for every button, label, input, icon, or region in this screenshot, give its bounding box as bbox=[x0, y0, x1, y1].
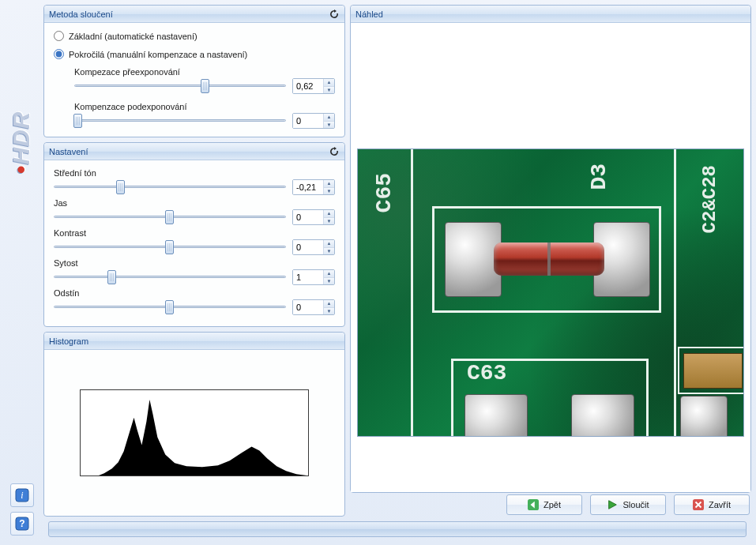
svg-text:i: i bbox=[21, 490, 23, 501]
midtone-spinner[interactable]: ▲▼ bbox=[292, 179, 335, 195]
saturation-label: Sytost bbox=[54, 258, 335, 268]
hue-label: Odstín bbox=[54, 288, 335, 298]
settings-title: Nastavení bbox=[49, 147, 88, 156]
play-icon bbox=[607, 499, 618, 510]
spin-down-icon[interactable]: ▼ bbox=[324, 218, 334, 225]
hue-spinner[interactable]: ▲▼ bbox=[292, 299, 335, 315]
merge-method-title: Metoda sloučení bbox=[49, 9, 113, 19]
overexp-slider[interactable] bbox=[74, 78, 286, 94]
histogram-panel: Histogram bbox=[43, 332, 345, 517]
histogram-display bbox=[80, 389, 309, 476]
underexp-spinner[interactable]: ▲▼ bbox=[292, 113, 335, 129]
underexp-label: Kompenzace podexponování bbox=[74, 102, 335, 111]
preview-title: Náhled bbox=[355, 9, 383, 19]
merge-button[interactable]: Sloučit bbox=[590, 494, 666, 515]
close-button[interactable]: Zavřít bbox=[674, 494, 750, 515]
spin-up-icon[interactable]: ▲ bbox=[324, 240, 334, 248]
info-icon: i bbox=[15, 488, 29, 502]
contrast-spinner[interactable]: ▲▼ bbox=[292, 239, 335, 255]
brightness-slider[interactable] bbox=[54, 209, 286, 225]
app-logo: •HDR bbox=[8, 111, 35, 174]
saturation-spinner[interactable]: ▲▼ bbox=[292, 269, 335, 285]
midtone-label: Střední tón bbox=[54, 168, 335, 178]
refresh-icon bbox=[329, 9, 339, 19]
brightness-label: Jas bbox=[54, 198, 335, 208]
spin-down-icon[interactable]: ▼ bbox=[324, 188, 334, 195]
histogram-title: Histogram bbox=[49, 336, 88, 346]
help-button[interactable]: ? bbox=[10, 512, 34, 536]
spin-up-icon[interactable]: ▲ bbox=[324, 180, 334, 188]
spin-down-icon[interactable]: ▼ bbox=[324, 308, 334, 315]
info-button[interactable]: i bbox=[10, 483, 34, 507]
spin-up-icon[interactable]: ▲ bbox=[324, 210, 334, 218]
basic-mode-radio[interactable]: Základní (automatické nastavení) bbox=[54, 31, 335, 41]
settings-panel: Nastavení Střední tón▲▼Jas▲▼Kontrast▲▼Sy… bbox=[43, 142, 345, 327]
reset-method-button[interactable] bbox=[329, 9, 340, 20]
status-bar bbox=[48, 521, 747, 537]
svg-text:?: ? bbox=[19, 518, 24, 529]
preview-panel: Náhled C65 D3 C2&C bbox=[350, 5, 751, 493]
spin-up-icon[interactable]: ▲ bbox=[324, 300, 334, 308]
help-icon: ? bbox=[15, 517, 29, 531]
spin-up-icon[interactable]: ▲ bbox=[324, 79, 334, 87]
hue-slider[interactable] bbox=[54, 299, 286, 315]
midtone-slider[interactable] bbox=[54, 179, 286, 195]
spin-down-icon[interactable]: ▼ bbox=[324, 122, 334, 129]
spin-down-icon[interactable]: ▼ bbox=[324, 278, 334, 285]
brightness-spinner[interactable]: ▲▼ bbox=[292, 209, 335, 225]
underexp-slider[interactable] bbox=[74, 113, 286, 129]
reset-settings-button[interactable] bbox=[329, 146, 340, 157]
spin-down-icon[interactable]: ▼ bbox=[324, 87, 334, 94]
settings-body: Střední tón▲▼Jas▲▼Kontrast▲▼Sytost▲▼Odst… bbox=[44, 160, 344, 326]
spin-up-icon[interactable]: ▲ bbox=[324, 114, 334, 122]
contrast-slider[interactable] bbox=[54, 239, 286, 255]
overexp-label: Kompezace přeexponování bbox=[74, 67, 335, 77]
preview-image: C65 D3 C2&C28 C63 bbox=[357, 148, 744, 437]
close-icon bbox=[693, 499, 704, 510]
contrast-label: Kontrast bbox=[54, 228, 335, 238]
back-arrow-icon bbox=[528, 499, 539, 510]
back-button[interactable]: Zpět bbox=[506, 494, 582, 515]
overexp-spinner[interactable]: ▲▼ bbox=[292, 78, 335, 94]
merge-method-panel: Metoda sloučení Základní (automatické na… bbox=[43, 5, 345, 137]
spin-up-icon[interactable]: ▲ bbox=[324, 270, 334, 278]
refresh-icon bbox=[329, 147, 339, 156]
advanced-mode-radio[interactable]: Pokročilá (manuální kompenzace a nastave… bbox=[54, 49, 335, 59]
spin-down-icon[interactable]: ▼ bbox=[324, 248, 334, 255]
saturation-slider[interactable] bbox=[54, 269, 286, 285]
